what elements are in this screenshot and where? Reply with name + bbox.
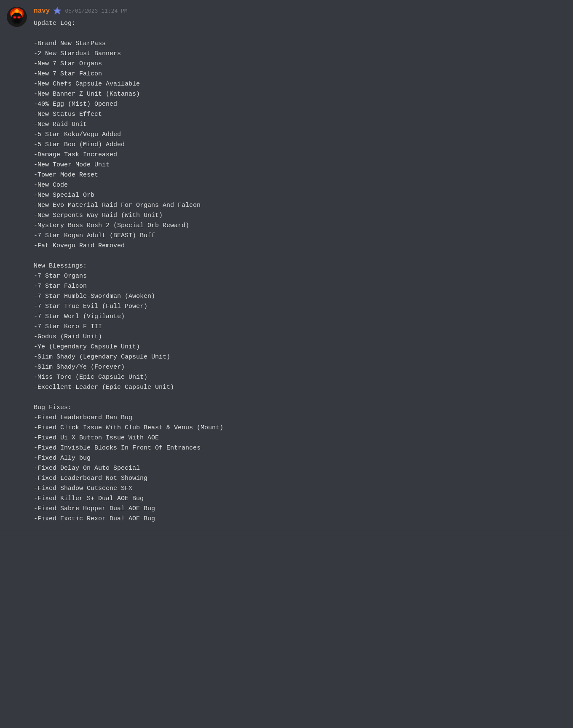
message-text: Update Log: -Brand New StarPass -2 New S… — [34, 19, 566, 524]
badge-icon — [53, 7, 62, 15]
avatar — [7, 7, 27, 27]
message-header: navy 05/01/2023 11:24 PM — [34, 7, 566, 15]
svg-point-13 — [13, 19, 20, 23]
svg-point-11 — [14, 17, 16, 18]
svg-point-7 — [15, 9, 19, 13]
message-content: navy 05/01/2023 11:24 PM Update Log: -Br… — [34, 7, 566, 524]
username: navy — [34, 7, 50, 15]
svg-point-12 — [18, 17, 20, 18]
timestamp: 05/01/2023 11:24 PM — [65, 8, 127, 14]
message: navy 05/01/2023 11:24 PM Update Log: -Br… — [0, 0, 573, 531]
